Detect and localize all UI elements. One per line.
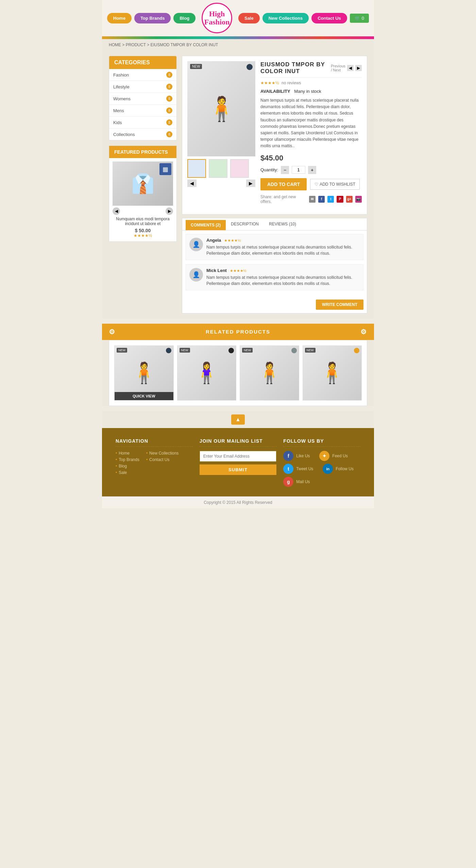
category-womens: Womens bbox=[113, 96, 131, 101]
tab-description[interactable]: DESCRIPTION bbox=[226, 218, 264, 230]
list-item[interactable]: Womens8 bbox=[109, 93, 176, 105]
comment-text-1: Nam tempus turpis at metus scelerisque p… bbox=[206, 244, 360, 256]
related-color-2 bbox=[228, 348, 234, 353]
list-item[interactable]: Fashion8 bbox=[109, 69, 176, 81]
thumbnail-1[interactable] bbox=[187, 159, 206, 178]
list-item[interactable]: Mens8 bbox=[109, 105, 176, 117]
quantity-decrease-button[interactable]: − bbox=[281, 166, 289, 174]
add-to-wishlist-button[interactable]: ♡ ADD TO WISHLIST bbox=[310, 179, 360, 190]
cart-button[interactable]: 🛒 0 bbox=[350, 14, 369, 23]
related-product-4-image[interactable]: NEW 🧍 bbox=[303, 346, 362, 400]
next-button[interactable]: ▶ bbox=[355, 65, 362, 71]
thumbnail-navigation: ◀ ▶ bbox=[187, 180, 255, 187]
comment-stars-2: ★★★★½ bbox=[230, 269, 247, 273]
quick-view-button-1[interactable]: QUICK VIEW bbox=[115, 392, 173, 400]
footer-link-sale[interactable]: Sale bbox=[116, 470, 139, 475]
scroll-to-top-button[interactable]: ▲ bbox=[231, 414, 245, 425]
list-item[interactable]: Lifestyle8 bbox=[109, 81, 176, 93]
thumbnail-3[interactable] bbox=[230, 159, 249, 178]
footer-link-new-collections[interactable]: New Collections bbox=[146, 451, 178, 456]
related-product-1-image[interactable]: NEW 🧍 QUICK VIEW bbox=[115, 346, 173, 400]
write-comment-button[interactable]: WRITE COMMENT bbox=[316, 300, 363, 310]
linkedin-icon[interactable]: in bbox=[323, 464, 333, 474]
category-fashion: Fashion bbox=[113, 72, 129, 78]
featured-product-price: $ 50.00 bbox=[113, 228, 173, 233]
nav-sale-button[interactable]: Sale bbox=[238, 13, 260, 23]
footer-nav-col: NAVIGATION Home Top Brands Blog Sale New… bbox=[116, 438, 193, 490]
quantity-row: Quantity: − + bbox=[260, 166, 362, 174]
share-email-icon[interactable]: ✉ bbox=[309, 196, 316, 203]
product-main-image: NEW 🧍 bbox=[187, 61, 255, 156]
footer-follow-title: FOLLOW US BY bbox=[283, 438, 360, 444]
comment-body-2: Mick Lent ★★★★½ Nam tempus turpis at met… bbox=[206, 268, 360, 287]
share-facebook-icon[interactable]: f bbox=[318, 196, 325, 203]
nav-home-button[interactable]: Home bbox=[107, 13, 132, 23]
related-product-3-image[interactable]: NEW 🧍 bbox=[240, 346, 299, 400]
footer-link-blog[interactable]: Blog bbox=[116, 464, 139, 469]
quantity-input[interactable] bbox=[292, 166, 305, 174]
person-silhouette-1: 🧍 bbox=[131, 361, 157, 385]
thumb-next-button[interactable]: ▶ bbox=[246, 180, 255, 187]
facebook-icon[interactable]: f bbox=[283, 451, 293, 461]
nav-new-collections-button[interactable]: New Collections bbox=[262, 13, 309, 23]
comment-stars-1: ★★★★½ bbox=[224, 238, 241, 242]
thumbnail-2[interactable] bbox=[209, 159, 227, 178]
featured-prev-button[interactable]: ◀ bbox=[113, 207, 120, 215]
availability-label: AVAILABILITY bbox=[260, 89, 290, 94]
add-to-cart-button[interactable]: ADD TO CART bbox=[260, 178, 307, 190]
related-color-3 bbox=[291, 348, 297, 353]
nav-contact-button[interactable]: Contact Us bbox=[311, 13, 347, 23]
related-left-icon: ⚙ bbox=[109, 328, 116, 336]
quantity-increase-button[interactable]: + bbox=[308, 166, 316, 174]
share-twitter-icon[interactable]: t bbox=[327, 196, 334, 203]
featured-color-swatch: ▦ bbox=[159, 163, 171, 175]
product-stars: ★★★★½ bbox=[260, 81, 279, 85]
wishlist-label: ADD TO WISHLIST bbox=[320, 182, 355, 187]
comment-avatar-2: 👤 bbox=[189, 268, 203, 282]
comments-section: COMMENTS (2) DESCRIPTION REVIEWS (10) 👤 … bbox=[182, 218, 367, 313]
footer-mailing-col: JOIN OUR MAILING LIST SUBMIT bbox=[200, 438, 277, 490]
no-reviews-label: no reviews bbox=[282, 81, 301, 85]
comment-author-2: Mick Lent bbox=[206, 268, 227, 273]
share-pinterest-icon[interactable]: P bbox=[337, 196, 343, 203]
footer-link-brands[interactable]: Top Brands bbox=[116, 457, 139, 462]
prev-button[interactable]: ◀ bbox=[347, 65, 354, 71]
category-mens: Mens bbox=[113, 108, 124, 113]
product-header: NEW 🧍 ◀ ▶ EIUSM bbox=[187, 61, 362, 204]
twitter-icon[interactable]: t bbox=[283, 464, 293, 474]
related-badge-1: NEW bbox=[117, 348, 127, 353]
footer-link-home[interactable]: Home bbox=[116, 451, 139, 456]
related-color-1 bbox=[166, 348, 171, 353]
featured-product-image: 👔 ▦ bbox=[113, 161, 173, 206]
google-icon[interactable]: g bbox=[283, 477, 293, 487]
sidebar: CATEGORIES Fashion8 Lifestyle8 Womens8 M… bbox=[109, 56, 177, 313]
thumb-prev-button[interactable]: ◀ bbox=[187, 180, 197, 187]
product-new-badge: NEW bbox=[190, 64, 202, 69]
share-google-plus-icon[interactable]: g+ bbox=[346, 196, 353, 203]
rss-icon[interactable]: ✦ bbox=[319, 451, 329, 461]
rating-row: ★★★★½ no reviews bbox=[260, 81, 362, 85]
product-detail-box: NEW 🧍 ◀ ▶ EIUSM bbox=[182, 56, 367, 215]
tab-reviews[interactable]: REVIEWS (10) bbox=[264, 218, 301, 230]
prev-next-nav: Previous / Next ◀ ▶ bbox=[331, 64, 362, 72]
related-color-4 bbox=[354, 348, 359, 353]
email-input[interactable] bbox=[200, 451, 277, 462]
featured-next-button[interactable]: ▶ bbox=[166, 207, 173, 215]
submit-button[interactable]: SUBMIT bbox=[200, 464, 277, 475]
product-title-row: EIUSMOD TMPOR BY COLOR INUT Previous / N… bbox=[260, 61, 362, 78]
share-instagram-icon[interactable]: 📷 bbox=[355, 196, 362, 203]
featured-navigation: ◀ ▶ bbox=[113, 207, 173, 215]
footer-link-contact[interactable]: Contact Us bbox=[146, 457, 178, 462]
related-product-2-image[interactable]: NEW 🧍‍♀️ bbox=[177, 346, 236, 400]
person-silhouette-3: 🧍 bbox=[257, 361, 282, 385]
share-row: Share: and get new offers. ✉ f t P g+ 📷 bbox=[260, 194, 362, 204]
list-item[interactable]: Kids8 bbox=[109, 117, 176, 129]
tab-comments[interactable]: COMMENTS (2) bbox=[186, 220, 226, 230]
related-title: RELATED PRODUCTS bbox=[206, 329, 270, 335]
footer-nav-list-right: New Collections Contact Us bbox=[146, 451, 178, 477]
nav-brands-button[interactable]: Top Brands bbox=[134, 13, 171, 23]
nav-blog-button[interactable]: Blog bbox=[173, 13, 196, 23]
footer-nav-cols: Home Top Brands Blog Sale New Collection… bbox=[116, 451, 193, 477]
list-item[interactable]: Collections8 bbox=[109, 129, 176, 140]
related-badge-3: NEW bbox=[242, 348, 253, 353]
